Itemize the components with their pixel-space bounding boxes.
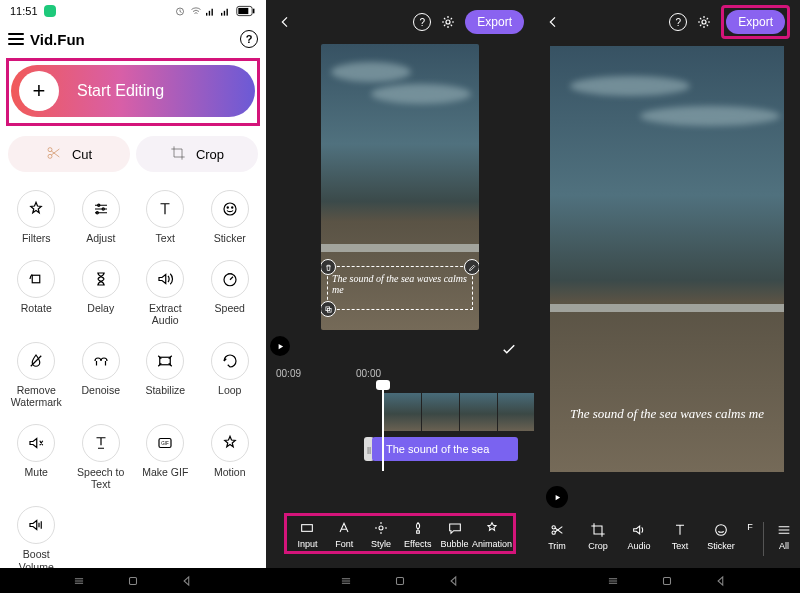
crop-label: Crop [196,147,224,162]
tab-bubble[interactable]: Bubble [436,520,473,549]
tool-make-gif[interactable]: GIFMake GIF [133,418,198,494]
cut-button[interactable]: Cut [8,136,130,172]
back-nav-icon[interactable] [180,574,194,588]
svg-rect-9 [253,9,255,14]
svg-rect-18 [33,275,41,283]
recording-indicator-icon [44,5,56,17]
gear-icon[interactable] [695,13,713,31]
back-nav-icon[interactable] [447,574,461,588]
timeline[interactable]: 00:09 00:00 || The sound of the sea [266,362,534,471]
tool-speech-to-text[interactable]: Speech to Text [69,418,134,494]
recents-icon[interactable] [339,574,353,588]
back-icon[interactable] [276,13,294,31]
tool-adjust[interactable]: Adjust [69,184,134,248]
tool-delay[interactable]: Delay [69,254,134,330]
start-editing-button[interactable]: + Start Editing [11,65,255,117]
plus-icon: + [19,71,59,111]
svg-rect-4 [221,12,222,15]
confirm-icon[interactable] [500,340,518,362]
menu-icon[interactable] [8,33,24,45]
android-navbar [0,568,800,593]
text-overlay-bounds[interactable]: The sound of the sea waves calms me [327,266,473,310]
tool-stabilize[interactable]: Stabilize [133,336,198,412]
svg-rect-3 [212,8,213,15]
tab-sticker[interactable]: Sticker [702,522,740,556]
svg-point-28 [702,20,706,24]
tool-motion[interactable]: Motion [198,418,263,494]
edit-handle-icon[interactable] [464,259,479,275]
svg-text:GIF: GIF [162,442,170,447]
home-pane: 11:51 Vid.Fun ? + Start Editing Cut Crop [0,0,266,568]
tab-trim[interactable]: Trim [538,522,576,556]
home-icon[interactable] [660,574,674,588]
home-icon[interactable] [126,574,140,588]
time-playhead: 00:00 [356,368,381,379]
app-header: Vid.Fun ? [0,22,266,56]
tool-extract-audio[interactable]: Extract Audio [133,254,198,330]
tool-boost-volume[interactable]: Boost Volume [4,500,69,576]
tool-loop[interactable]: Loop [198,336,263,412]
tab-crop[interactable]: Crop [579,522,617,556]
video-preview[interactable]: The sound of the sea waves calms me [550,46,784,472]
editor-header: ? Export [534,0,800,44]
svg-rect-33 [397,577,404,584]
tool-speed[interactable]: Speed [198,254,263,330]
recents-icon[interactable] [72,574,86,588]
tool-grid: Filters Adjust Text Sticker Rotate Delay… [0,184,266,577]
svg-rect-1 [206,12,207,15]
text-toolbar-highlight: Input Font Style Effects Bubble Animatio… [284,513,516,554]
play-button[interactable] [546,486,568,508]
crop-button[interactable]: Crop [136,136,258,172]
tab-more[interactable]: F [743,522,757,556]
play-button[interactable] [270,336,290,356]
time-elapsed: 00:09 [276,368,301,379]
playhead[interactable] [382,385,384,471]
overlay-text: The sound of the sea waves calms me [332,273,468,295]
tab-audio[interactable]: Audio [620,522,658,556]
editor-header: ? Export [266,0,534,44]
tab-font[interactable]: Font [326,520,363,549]
tab-effects[interactable]: Effects [399,520,436,549]
editor-pane-text: ? Export The sound of the sea waves calm… [266,0,534,568]
tool-denoise[interactable]: Denoise [69,336,134,412]
back-icon[interactable] [544,13,562,31]
text-clip[interactable]: The sound of the sea [372,437,518,461]
signal-icon [221,6,232,17]
home-icon[interactable] [393,574,407,588]
svg-point-16 [227,207,228,208]
alarm-icon [174,5,186,17]
tool-text[interactable]: Text [133,184,198,248]
tool-filters[interactable]: Filters [4,184,69,248]
help-icon[interactable]: ? [413,13,431,31]
video-preview[interactable]: The sound of the sea waves calms me [321,44,479,330]
svg-rect-2 [209,10,210,15]
tab-all[interactable]: All [770,522,798,556]
export-button[interactable]: Export [465,10,524,34]
export-highlight: Export [721,5,790,39]
svg-rect-6 [227,8,228,15]
tab-text[interactable]: Text [661,522,699,556]
toolbar-separator [763,522,764,556]
video-track[interactable] [384,393,536,431]
help-icon[interactable]: ? [240,30,258,48]
svg-rect-32 [130,577,137,584]
back-nav-icon[interactable] [714,574,728,588]
app-title: Vid.Fun [30,31,234,48]
tool-sticker[interactable]: Sticker [198,184,263,248]
export-button[interactable]: Export [726,10,785,34]
copy-handle-icon[interactable] [321,301,336,317]
tab-animation[interactable]: Animation [473,520,511,549]
overlay-text: The sound of the sea waves calms me [550,406,784,422]
tool-mute[interactable]: Mute [4,418,69,494]
recents-icon[interactable] [606,574,620,588]
tool-remove-watermark[interactable]: Remove Watermark [4,336,69,412]
tab-input[interactable]: Input [289,520,326,549]
svg-point-17 [231,207,232,208]
tool-rotate[interactable]: Rotate [4,254,69,330]
tab-style[interactable]: Style [363,520,400,549]
gear-icon[interactable] [439,13,457,31]
help-icon[interactable]: ? [669,13,687,31]
preview-area: The sound of the sea waves calms me [266,44,534,344]
svg-point-31 [716,525,727,536]
start-editing-label: Start Editing [77,82,164,100]
